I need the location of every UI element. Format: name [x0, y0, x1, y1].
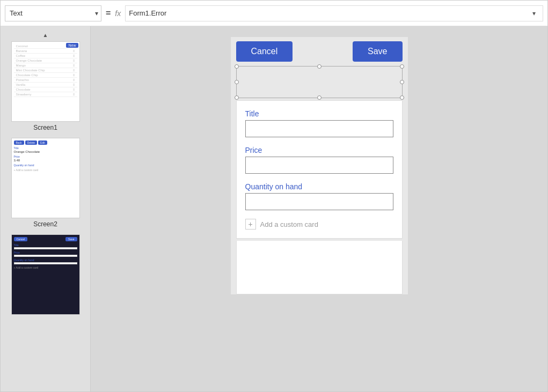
- screen2-add-card: + Add a custom card: [14, 168, 77, 172]
- screen3-add-card: + Add a custom card: [14, 266, 77, 269]
- title-field-group: Title: [245, 109, 393, 137]
- list-item: Vanilla≡: [14, 83, 77, 87]
- screen1-new-badge: New: [66, 43, 78, 48]
- list-item: Chocolate≡: [14, 87, 77, 92]
- save-button[interactable]: Save: [353, 41, 402, 62]
- property-select-wrapper: Text: [5, 5, 101, 21]
- screen1-list: Coconut≡ Banana≡ Coffee≡ Orange Chocolat…: [14, 44, 77, 97]
- form-bottom-area: [236, 241, 403, 294]
- handle-top-middle[interactable]: [317, 64, 322, 69]
- screen3-title-input: [14, 247, 77, 249]
- list-item: Orange Chocolate≡: [14, 58, 77, 63]
- screen1-thumbnail[interactable]: New Coconut≡ Banana≡ Coffee≡ Orange Choc…: [11, 41, 80, 122]
- formula-dropdown-button[interactable]: ▾: [529, 5, 539, 21]
- screen3-save-btn: Save: [65, 237, 77, 241]
- screen3-thumbnail[interactable]: Cancel Save Title Price Quantity on hand…: [11, 234, 80, 315]
- title-label: Title: [245, 109, 393, 118]
- list-item: Chocolate Chip≡: [14, 73, 77, 78]
- screen2-container: ··· Back Delete Edit Title Orange Chocol…: [11, 138, 80, 220]
- list-item: Pistachio≡: [14, 78, 77, 83]
- equals-sign: =: [106, 9, 111, 18]
- screen3-top-buttons: Cancel Save: [14, 237, 77, 241]
- list-item: Mint Chocolate Chip≡: [14, 68, 77, 73]
- screen2-edit-btn: Edit: [38, 140, 47, 145]
- screen3-container: ··· Cancel Save Title Price Quantity on …: [11, 234, 80, 317]
- screen2-quantity-label: Quantity on hand: [14, 164, 77, 167]
- screen2-delete-btn: Delete: [25, 140, 37, 145]
- price-label: Price: [245, 146, 393, 154]
- screen2-label: Screen2: [33, 220, 57, 228]
- fx-icon: fx: [115, 9, 121, 18]
- quantity-field-group: Quantity on hand: [245, 182, 393, 210]
- screen3-cancel-btn: Cancel: [14, 237, 28, 241]
- screen1-label: Screen1: [33, 124, 57, 131]
- canvas-area: Cancel Save Title: [91, 26, 547, 392]
- list-item: Mango≡: [14, 63, 77, 68]
- screen3-quantity-input: [14, 262, 77, 264]
- handle-top-right[interactable]: [400, 64, 404, 69]
- formula-area: ▾: [125, 5, 543, 21]
- list-item: Coffee≡: [14, 54, 77, 58]
- quantity-input[interactable]: [245, 193, 393, 210]
- left-panel: ▲ ··· New Coconut≡ Banana≡ Coffee≡ Orang…: [1, 26, 91, 392]
- title-input[interactable]: [245, 120, 393, 137]
- screen3-price-input: [14, 255, 77, 257]
- handle-middle-left[interactable]: [235, 80, 239, 84]
- form-card: Title Price Quantity on hand + Add a cus…: [236, 100, 403, 239]
- handle-middle-right[interactable]: [400, 80, 404, 84]
- formula-input[interactable]: [129, 5, 529, 21]
- cancel-button[interactable]: Cancel: [236, 41, 293, 62]
- top-bar: Text = fx ▾: [1, 1, 547, 26]
- screen1-container: ··· New Coconut≡ Banana≡ Coffee≡ Orange …: [11, 41, 80, 124]
- handle-bottom-right[interactable]: [400, 95, 404, 100]
- price-input[interactable]: [245, 157, 393, 174]
- screen3-title-label: Title: [14, 243, 77, 247]
- add-custom-card-label: Add a custom card: [260, 220, 318, 228]
- quantity-label: Quantity on hand: [245, 182, 393, 191]
- price-field-group: Price: [245, 146, 393, 174]
- screen2-title-value: Orange Chocolate: [14, 150, 77, 153]
- screen3-content: Cancel Save Title Price Quantity on hand…: [12, 235, 79, 271]
- main-layout: ▲ ··· New Coconut≡ Banana≡ Coffee≡ Orang…: [1, 26, 547, 392]
- screen2-price-label: Price: [14, 155, 77, 158]
- form-top-buttons: Cancel Save: [231, 37, 408, 66]
- screen3-quantity-label: Quantity on hand: [14, 258, 77, 262]
- handle-bottom-left[interactable]: [235, 95, 239, 100]
- property-select[interactable]: Text: [5, 5, 101, 21]
- add-custom-card[interactable]: + Add a custom card: [245, 219, 393, 230]
- screen2-thumbnail[interactable]: Back Delete Edit Title Orange Chocolate …: [11, 138, 80, 218]
- screen3-price-label: Price: [14, 251, 77, 254]
- handle-bottom-middle[interactable]: [317, 95, 322, 100]
- screen1-content: New Coconut≡ Banana≡ Coffee≡ Orange Choc…: [12, 42, 79, 99]
- screen2-price-value: 3.48: [14, 159, 77, 162]
- selection-box: [236, 66, 403, 98]
- screen2-content: Back Delete Edit Title Orange Chocolate …: [12, 138, 79, 174]
- scroll-up-button[interactable]: ▲: [40, 31, 51, 39]
- screen2-top-buttons: Back Delete Edit: [14, 140, 77, 145]
- handle-top-left[interactable]: [235, 64, 239, 69]
- plus-icon: +: [245, 219, 256, 230]
- form-canvas: Cancel Save Title: [231, 37, 408, 294]
- list-item: Strawberry≡: [14, 92, 77, 97]
- list-item: Banana≡: [14, 49, 77, 54]
- screen2-back-btn: Back: [14, 140, 24, 145]
- screen2-title-label: Title: [14, 146, 77, 150]
